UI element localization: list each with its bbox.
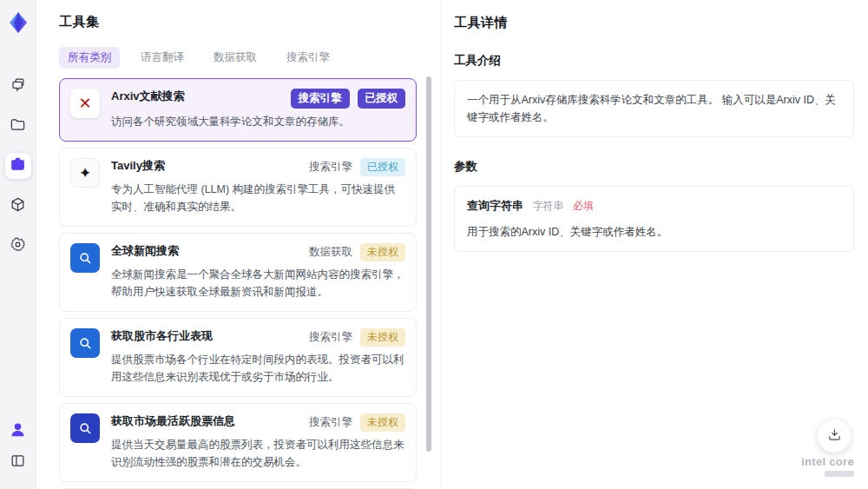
detail-title: 工具详情 — [454, 15, 854, 31]
param-description: 用于搜索的Arxiv ID、关键字或作者姓名。 — [467, 223, 841, 241]
tool-card[interactable]: 全球新闻搜索 数据获取 未授权 全球新闻搜索是一个聚合全球各大新闻网站内容的搜索… — [59, 233, 417, 312]
sidebar-item-settings[interactable] — [5, 233, 31, 259]
tool-category-badge: 搜索引擎 — [291, 89, 350, 109]
intro-text: 一个用于从Arxiv存储库搜索科学论文和文章的工具。 输入可以是Arxiv ID… — [454, 80, 854, 137]
cube-icon — [10, 196, 26, 216]
sidebar-item-chat[interactable] — [5, 73, 31, 99]
arxiv-icon: ✕ — [70, 89, 100, 118]
detail-panel: 工具详情 工具介绍 一个用于从Arxiv存储库搜索科学论文和文章的工具。 输入可… — [441, 0, 868, 489]
app-window: 工具集 所有类别语言翻译数据获取搜索引擎 ✕ Arxiv文献搜索 搜索引擎 已授… — [0, 0, 868, 489]
sidebar-item-models[interactable] — [5, 193, 31, 219]
tool-title: Arxiv文献搜索 — [111, 89, 185, 104]
tool-card[interactable]: ✕ Arxiv文献搜索 搜索引擎 已授权 访问各个研究领域大量科学论文和文章的存… — [59, 78, 417, 142]
tool-auth-badge: 未授权 — [360, 413, 405, 432]
briefcase-icon — [10, 156, 26, 176]
page-title: 工具集 — [59, 14, 417, 30]
tool-description: 访问各个研究领域大量科学论文和文章的存储库。 — [111, 113, 405, 130]
folder-icon — [10, 116, 26, 136]
intel-core-label: intel core — [801, 455, 854, 468]
intel-badge-bar — [825, 471, 854, 477]
intel-core-logo: intel core — [801, 455, 854, 477]
list-scrollbar[interactable] — [426, 76, 431, 489]
sidebar-item-account[interactable] — [5, 418, 31, 444]
tool-category-badge: 数据获取 — [309, 245, 352, 260]
tool-description: 全球新闻搜索是一个聚合全球各大新闻网站内容的搜索引擎，帮助用户快速获取全球最新资… — [111, 266, 405, 301]
param-header: 查询字符串 字符串 必填 — [467, 197, 841, 215]
tool-category-badge: 搜索引擎 — [309, 330, 352, 345]
sidebar — [0, 0, 36, 489]
tool-description: 专为人工智能代理 (LLM) 构建的搜索引擎工具，可快速提供实时、准确和真实的结… — [111, 181, 405, 215]
tab-category-1[interactable]: 语言翻译 — [132, 47, 193, 69]
tool-card[interactable]: 获取股市各行业表现 搜索引擎 未授权 提供股票市场各个行业在特定时间段内的表现。… — [59, 318, 417, 397]
tool-description: 提供股票市场各个行业在特定时间段内的表现。投资者可以利用这些信息来识别表现优于或… — [111, 351, 405, 386]
tool-category-badge: 搜索引擎 — [309, 415, 352, 430]
param-name: 查询字符串 — [467, 199, 523, 212]
download-icon — [827, 427, 842, 446]
param-required-badge: 必填 — [573, 200, 594, 212]
param-card: 查询字符串 字符串 必填 用于搜索的Arxiv ID、关键字或作者姓名。 — [454, 186, 854, 252]
tool-auth-badge: 未授权 — [360, 243, 405, 261]
stock2-icon — [70, 413, 100, 443]
tool-title: 获取市场最活跃股票信息 — [111, 413, 235, 429]
tool-title: 全球新闻搜索 — [111, 243, 179, 259]
tavily-icon: ✦ — [70, 158, 100, 188]
stock-icon — [70, 328, 100, 358]
app-logo-icon — [6, 10, 30, 35]
gear-icon — [10, 236, 26, 256]
tool-title: Tavily搜索 — [111, 158, 165, 174]
tool-auth-badge: 已授权 — [360, 158, 405, 176]
download-button[interactable] — [818, 420, 851, 453]
panel-icon — [10, 453, 26, 472]
params-heading: 参数 — [454, 159, 854, 175]
sidebar-item-collapse[interactable] — [5, 449, 31, 475]
intro-heading: 工具介绍 — [454, 53, 854, 69]
tool-card[interactable]: 获取市场最活跃股票信息 搜索引擎 未授权 提供当天交易量最高的股票列表，投资者可… — [59, 403, 417, 482]
tab-category-2[interactable]: 数据获取 — [205, 47, 266, 69]
tool-card[interactable]: ✦ Tavily搜索 搜索引擎 已授权 专为人工智能代理 (LLM) 构建的搜索… — [59, 148, 417, 227]
news-icon — [70, 243, 100, 273]
sidebar-item-toolbox[interactable] — [5, 153, 31, 179]
tool-list: ✕ Arxiv文献搜索 搜索引擎 已授权 访问各个研究领域大量科学论文和文章的存… — [59, 78, 417, 489]
sidebar-item-files[interactable] — [5, 113, 31, 139]
param-type: 字符串 — [532, 200, 563, 212]
chat-icon — [10, 76, 26, 96]
category-tabs: 所有类别语言翻译数据获取搜索引擎 — [59, 47, 417, 69]
tool-description: 提供当天交易量最高的股票列表，投资者可以利用这些信息来识别流动性强的股票和潜在的… — [111, 436, 405, 471]
tool-category-badge: 搜索引擎 — [309, 160, 352, 175]
tool-auth-badge: 未授权 — [360, 328, 405, 347]
user-icon — [10, 421, 26, 441]
tool-title: 获取股市各行业表现 — [111, 328, 213, 344]
toolset-panel: 工具集 所有类别语言翻译数据获取搜索引擎 ✕ Arxiv文献搜索 搜索引擎 已授… — [36, 0, 441, 489]
tab-category-0[interactable]: 所有类别 — [59, 47, 120, 69]
tool-auth-badge: 已授权 — [358, 89, 406, 109]
scrollbar-thumb[interactable] — [426, 76, 431, 452]
tab-category-3[interactable]: 搜索引擎 — [278, 47, 339, 69]
